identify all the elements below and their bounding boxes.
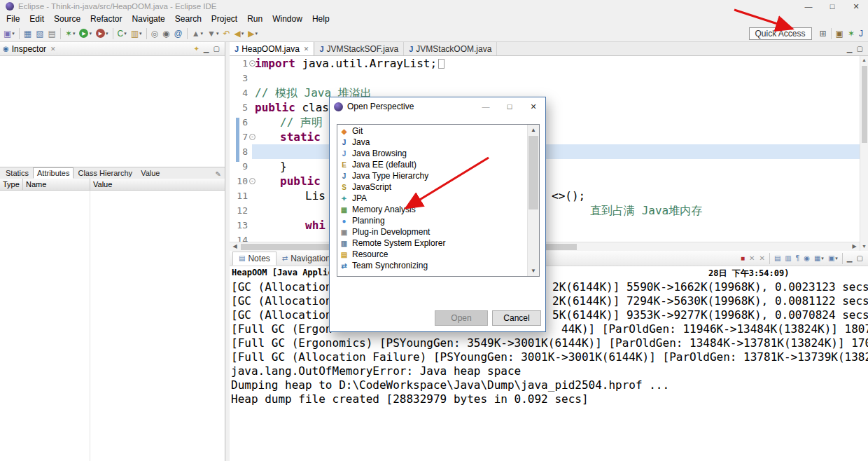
window-close-button[interactable]: ✕ [844, 0, 868, 13]
console-output[interactable]: [GC (Allocation2K(6144K)] 5590K->1662K(1… [230, 279, 868, 461]
dialog-maximize-button[interactable]: □ [498, 97, 522, 116]
run-external-tools-button[interactable]: ▶▾ [94, 27, 111, 41]
perspective-item-java[interactable]: JJava [337, 137, 528, 148]
display-selected-console-button[interactable]: ▦▾ [812, 252, 826, 266]
scroll-lock-button[interactable]: ▥ [783, 252, 793, 266]
tab-inspector[interactable]: ◉ Inspector ✕ [3, 44, 56, 54]
tab-heapoom-java[interactable]: J HeapOOM.java ✕ [230, 42, 314, 55]
fold-collapse-icon[interactable]: - [249, 178, 255, 184]
column-header-type[interactable]: Type [3, 180, 20, 188]
scroll-down-icon[interactable] [528, 266, 539, 276]
minimize-view-button[interactable]: ▁ [202, 42, 211, 56]
terminate-button[interactable]: ■ [738, 252, 747, 266]
remove-launch-button[interactable]: ✕ [747, 252, 757, 266]
perspective-item-remote-system-explorer[interactable]: ▥Remote System Explorer [337, 238, 528, 249]
scroll-right-icon[interactable] [850, 242, 859, 251]
perspective-item-jpa[interactable]: ✦JPA [337, 193, 528, 204]
tab-value[interactable]: Value [136, 167, 164, 179]
word-wrap-button[interactable]: ¶ [794, 252, 802, 266]
perspective-java-button[interactable]: J [857, 27, 865, 41]
fold-collapse-icon[interactable]: - [249, 134, 255, 140]
view-menu-pen-icon[interactable]: ✎ [216, 170, 225, 179]
tab-notes[interactable]: ▤ Notes [232, 252, 276, 266]
save-all-button[interactable]: ▧ [34, 27, 46, 41]
annotation-prev-button[interactable]: ▲▾ [190, 27, 205, 41]
tab-jvmstacksof-java[interactable]: J JVMStackSOF.java [314, 42, 404, 55]
menu-item-help[interactable]: Help [307, 13, 335, 25]
minimize-view-button[interactable]: ▁ [845, 252, 855, 266]
tab-statics[interactable]: Statics [1, 167, 33, 179]
dialog-title-bar[interactable]: Open Perspective — □ ✕ [330, 97, 545, 116]
close-tab-icon[interactable]: ✕ [304, 46, 309, 53]
run-button[interactable]: ▶▾ [77, 27, 94, 41]
external-javadoc-button[interactable]: @ [172, 27, 185, 41]
window-maximize-button[interactable]: □ [820, 0, 844, 13]
dialog-scrollbar[interactable] [527, 125, 539, 276]
open-button[interactable]: Open [435, 310, 488, 326]
window-minimize-button[interactable]: — [797, 0, 820, 13]
perspective-item-git[interactable]: ◆Git [337, 125, 528, 137]
save-button[interactable]: ▦ [22, 27, 34, 41]
inspector-body[interactable] [0, 56, 225, 167]
vertical-scrollbar[interactable] [860, 56, 868, 251]
quick-access-button[interactable]: Quick Access [749, 27, 812, 40]
menu-item-run[interactable]: Run [242, 13, 267, 25]
menu-item-source[interactable]: Source [49, 13, 85, 25]
perspective-debug-button[interactable]: ✶ [846, 27, 857, 41]
menu-item-navigate[interactable]: Navigate [127, 13, 169, 25]
vertical-scroll-thumb[interactable] [862, 66, 867, 143]
dialog-minimize-button[interactable]: — [474, 97, 498, 116]
maximize-view-button[interactable]: ▢ [211, 42, 222, 56]
column-header-value[interactable]: Value [93, 180, 112, 188]
perspective-item-java-ee-default-[interactable]: EJava EE (default) [337, 159, 528, 170]
perspective-item-java-browsing[interactable]: JJava Browsing [337, 148, 528, 159]
perspective-item-java-type-hierarchy[interactable]: JJava Type Hierarchy [337, 170, 528, 181]
menu-item-edit[interactable]: Edit [24, 13, 49, 25]
scroll-thumb[interactable] [528, 136, 538, 209]
perspective-item-resource[interactable]: ▤Resource [337, 249, 528, 260]
clear-console-button[interactable]: ▤ [772, 252, 783, 266]
column-header-name[interactable]: Name [26, 180, 46, 188]
tab-attributes[interactable]: Attributes [33, 167, 74, 179]
perspective-jee-button[interactable]: ▣ [834, 27, 846, 41]
scroll-down-icon[interactable] [860, 242, 868, 251]
search-button[interactable]: ◉ [160, 27, 172, 41]
menu-item-project[interactable]: Project [206, 13, 242, 25]
perspective-item-memory-analysis[interactable]: ▦Memory Analysis [337, 204, 528, 215]
perspective-item-plug-in-development[interactable]: ▣Plug-in Development [337, 226, 528, 238]
dialog-close-button[interactable]: ✕ [522, 97, 545, 116]
close-view-icon[interactable]: ✕ [50, 46, 56, 53]
scroll-up-icon[interactable] [860, 56, 868, 64]
last-edit-location-button[interactable]: ↶ [221, 27, 232, 41]
perspective-item-javascript[interactable]: SJavaScript [337, 181, 528, 193]
perspective-item-team-synchronizing[interactable]: ⇄Team Synchronizing [337, 260, 528, 271]
new-java-class-button[interactable]: C▾ [115, 27, 129, 41]
maximize-view-button[interactable]: ▢ [855, 42, 865, 56]
open-console-button[interactable]: ▣▾ [826, 252, 840, 266]
scroll-left-icon[interactable] [230, 242, 239, 251]
perspective-list[interactable]: ◆GitJJavaJJava BrowsingEJava EE (default… [337, 124, 540, 277]
back-button[interactable]: ◀▾ [232, 27, 246, 41]
annotation-next-button[interactable]: ▼▾ [205, 27, 220, 41]
open-type-button[interactable]: ◎ [149, 27, 160, 41]
menu-item-window[interactable]: Window [267, 13, 307, 25]
pin-console-button[interactable]: ◉ [802, 252, 812, 266]
minimize-view-button[interactable]: ▁ [845, 42, 855, 56]
menu-item-file[interactable]: File [1, 13, 24, 25]
new-java-package-button[interactable]: ▥▾ [129, 27, 144, 41]
tab-jvmstackoom-java[interactable]: J JVMStackOOM.java [404, 42, 497, 55]
cancel-button[interactable]: Cancel [492, 310, 541, 326]
menu-item-search[interactable]: Search [170, 13, 206, 25]
print-button[interactable]: ▤ [46, 27, 58, 41]
maximize-view-button[interactable]: ▢ [855, 252, 865, 266]
forward-button[interactable]: ▶▾ [246, 27, 260, 41]
tab-class-hierarchy[interactable]: Class Hierarchy [74, 167, 136, 179]
open-perspective-button[interactable]: ⊞ [818, 27, 829, 41]
new-wizard-button[interactable]: ▣▾ [1, 27, 17, 41]
attributes-table-body[interactable] [0, 191, 225, 461]
debug-button[interactable]: ✶▾ [63, 27, 78, 41]
scroll-up-icon[interactable] [528, 125, 539, 135]
perspective-item-planning[interactable]: ●Planning [337, 215, 528, 226]
menu-item-refactor[interactable]: Refactor [85, 13, 127, 25]
fold-collapse-icon[interactable]: - [249, 60, 255, 67]
